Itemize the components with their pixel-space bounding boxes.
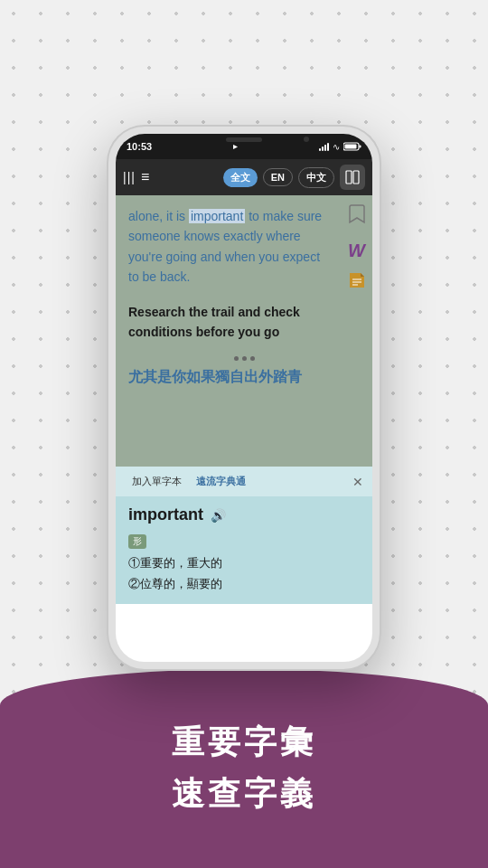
content-area: W alone, it is important to make sure so… xyxy=(116,195,372,467)
highlighted-word[interactable]: important xyxy=(189,209,245,223)
bookmark-icon[interactable] xyxy=(349,204,365,228)
popup-header: 加入單字本 遠流字典通 ✕ xyxy=(116,467,372,496)
popup-word-row: important 🔊 xyxy=(128,505,360,524)
battery-icon xyxy=(343,142,361,151)
layout-icon xyxy=(345,170,360,184)
camera xyxy=(304,137,309,142)
wifi-icon: ∿ xyxy=(333,142,340,152)
promo-line2: 速查字義 xyxy=(172,772,316,816)
dictionary-popup: 加入單字本 遠流字典通 ✕ important 🔊 形 ①重要的，重大的 ②位尊… xyxy=(116,467,372,604)
popup-content: important 🔊 形 ①重要的，重大的 ②位尊的，顯要的 xyxy=(116,496,372,604)
location-arrow: ▸ xyxy=(233,142,238,151)
svg-rect-3 xyxy=(346,171,352,184)
layout-button[interactable] xyxy=(340,165,365,190)
dot-3 xyxy=(250,356,255,361)
menu-bars-icon[interactable]: ||| xyxy=(123,170,136,184)
tab-zhongwen[interactable]: 中文 xyxy=(298,167,334,188)
content-paragraph1: alone, it is important to make sure some… xyxy=(128,206,360,288)
speaker xyxy=(226,137,262,142)
signal-icon xyxy=(319,142,329,151)
popup-close-button[interactable]: ✕ xyxy=(352,475,363,489)
note-icon[interactable] xyxy=(349,272,365,292)
svg-rect-1 xyxy=(359,146,361,148)
dots-indicator xyxy=(128,356,360,361)
bottom-promo-section: 重要字彙 速查字義 xyxy=(0,669,488,868)
tab-en[interactable]: EN xyxy=(263,168,293,186)
popup-pos-badge: 形 xyxy=(128,532,360,552)
svg-marker-6 xyxy=(361,273,364,277)
status-time: 10:53 xyxy=(127,141,152,152)
status-icons: ∿ xyxy=(319,142,361,152)
popup-tab-dictionary[interactable]: 遠流字典通 xyxy=(189,472,253,491)
phone-frame: 10:53 ▸ ∿ ||| ≡ 全文 EN 中文 xyxy=(108,127,380,669)
promo-line1: 重要字彙 xyxy=(172,721,316,765)
popup-audio-button[interactable]: 🔊 xyxy=(211,508,226,523)
svg-rect-4 xyxy=(353,171,359,184)
svg-rect-2 xyxy=(344,145,356,149)
w-dictionary-icon[interactable]: W xyxy=(348,241,365,261)
popup-definitions: ①重要的，重大的 ②位尊的，顯要的 xyxy=(128,552,360,595)
dot-1 xyxy=(234,356,239,361)
popup-def-2: ②位尊的，顯要的 xyxy=(128,573,360,594)
dot-2 xyxy=(242,356,247,361)
popup-tab-vocabulary[interactable]: 加入單字本 xyxy=(125,472,189,491)
list-icon[interactable]: ≡ xyxy=(141,169,149,185)
content-paragraph3: 尤其是你如果獨自出外踏青 xyxy=(128,368,360,387)
status-bar: 10:53 ▸ ∿ xyxy=(116,134,372,159)
main-toolbar: ||| ≡ 全文 EN 中文 xyxy=(116,159,372,195)
popup-def-1: ①重要的，重大的 xyxy=(128,552,360,573)
popup-pos: 形 xyxy=(128,534,146,549)
tab-quanwen[interactable]: 全文 xyxy=(223,168,258,187)
content-paragraph2: Research the trail and check conditions … xyxy=(128,302,360,343)
popup-word: important xyxy=(128,505,203,524)
